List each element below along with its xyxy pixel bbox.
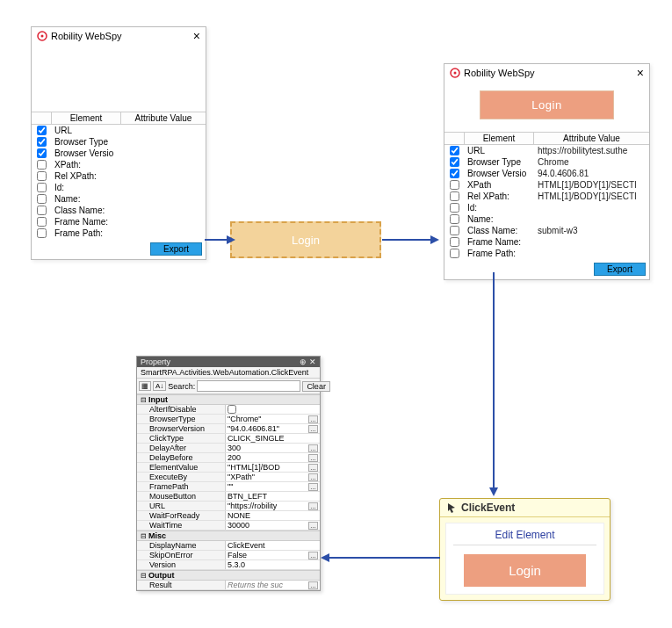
property-row[interactable]: FramePath""… — [137, 482, 320, 492]
property-row[interactable]: DelayBefore200… — [137, 453, 320, 463]
arrow-3 — [488, 272, 505, 501]
property-row[interactable]: DelayAfter300… — [137, 444, 320, 453]
row-checkbox[interactable] — [37, 148, 47, 158]
row-checkbox[interactable] — [37, 206, 47, 215]
row-checkbox[interactable] — [450, 226, 459, 235]
property-row[interactable]: BrowserVersion"94.0.4606.81"… — [137, 424, 320, 434]
row-checkbox[interactable] — [37, 126, 47, 135]
ellipsis-button[interactable]: … — [308, 473, 318, 481]
group-input[interactable]: Input — [137, 394, 320, 405]
property-value[interactable]: "Chrome"… — [225, 415, 320, 423]
property-value[interactable]: "https://robility… — [225, 502, 320, 510]
row-checkbox[interactable] — [37, 171, 47, 181]
ellipsis-button[interactable]: … — [308, 483, 318, 491]
property-value[interactable]: ""… — [225, 482, 320, 491]
search-label: Search: — [168, 382, 195, 391]
row-checkbox[interactable] — [37, 183, 47, 192]
row-element-name: Rel XPath: — [464, 191, 534, 202]
close-icon[interactable]: × — [193, 30, 200, 42]
table-row: Browser Versio — [32, 148, 206, 159]
property-value[interactable]: "94.0.4606.81"… — [225, 424, 320, 433]
panel-controls-icon[interactable]: ⊕ ✕ — [300, 357, 316, 366]
property-row[interactable]: Version5.3.0 — [137, 560, 320, 570]
property-row[interactable]: MouseButtonBTN_LEFT — [137, 492, 320, 502]
table-row: Frame Name: — [32, 216, 206, 227]
property-row[interactable]: DisplayNameClickEvent — [137, 541, 320, 551]
row-checkbox[interactable] — [450, 203, 459, 213]
ellipsis-button[interactable]: … — [308, 522, 318, 530]
property-value[interactable]: ClickEvent — [225, 541, 320, 550]
property-value[interactable]: NONE — [225, 511, 320, 520]
search-input[interactable] — [197, 380, 300, 392]
row-checkbox[interactable] — [450, 180, 459, 190]
property-name: WaitForReady — [137, 511, 225, 520]
property-value[interactable]: "HTML[1]/BOD… — [225, 463, 320, 472]
row-element-name: Id: — [464, 202, 534, 213]
window-title: Robility WebSpy — [51, 31, 122, 41]
ellipsis-button[interactable]: … — [308, 581, 318, 589]
ellipsis-button[interactable]: … — [308, 502, 318, 510]
property-row[interactable]: ExecuteBy"XPath"… — [137, 473, 320, 482]
property-checkbox[interactable] — [228, 405, 236, 414]
property-value[interactable]: 30000… — [225, 521, 320, 530]
property-row[interactable]: URL"https://robility… — [137, 502, 320, 511]
property-row[interactable]: ClickTypeCLICK_SINGLE — [137, 434, 320, 444]
login-target-element[interactable]: Login — [230, 221, 381, 258]
row-checkbox[interactable] — [450, 169, 459, 178]
group-output[interactable]: Output — [137, 570, 320, 581]
ellipsis-button[interactable]: … — [308, 454, 318, 462]
table-header: Element Attribute Value — [32, 112, 206, 125]
row-checkbox[interactable] — [37, 194, 47, 204]
property-row[interactable]: ElementValue"HTML[1]/BOD… — [137, 463, 320, 473]
ellipsis-button[interactable]: … — [308, 444, 318, 452]
row-element-name: Frame Path: — [51, 227, 121, 239]
property-row[interactable]: SkipOnErrorFalse… — [137, 551, 320, 560]
property-name: BrowserType — [137, 415, 225, 423]
row-checkbox[interactable] — [450, 157, 459, 167]
clickevent-activity-card[interactable]: ClickEvent Edit Element Login — [439, 498, 611, 601]
property-value[interactable]: BTN_LEFT — [225, 492, 320, 501]
row-checkbox[interactable] — [37, 137, 47, 147]
property-value[interactable]: False… — [225, 551, 320, 559]
ellipsis-button[interactable]: … — [308, 464, 318, 472]
row-checkbox[interactable] — [450, 249, 459, 258]
property-value[interactable]: 200… — [225, 453, 320, 462]
row-checkbox[interactable] — [37, 160, 47, 170]
row-checkbox[interactable] — [450, 214, 459, 224]
sort-categorized-icon[interactable]: ▦ — [139, 381, 151, 391]
export-button[interactable]: Export — [150, 242, 202, 256]
table-row: Browser Type — [32, 136, 206, 148]
row-checkbox[interactable] — [37, 217, 47, 227]
row-checkbox[interactable] — [450, 191, 459, 201]
table-row: Frame Path: — [444, 248, 649, 259]
group-misc[interactable]: Misc — [137, 531, 320, 541]
row-checkbox[interactable] — [37, 228, 47, 238]
svg-marker-11 — [321, 553, 329, 562]
property-row[interactable]: BrowserType"Chrome"… — [137, 415, 320, 424]
close-icon[interactable]: × — [637, 67, 644, 79]
property-row[interactable]: WaitTime30000… — [137, 521, 320, 531]
row-element-name: URL — [51, 125, 121, 136]
property-row[interactable]: ResultReturns the suc… — [137, 581, 320, 590]
arrow-2 — [382, 234, 444, 251]
row-attribute-value: HTML[1]/BODY[1]/SECTI — [534, 191, 649, 202]
property-value[interactable]: 300… — [225, 444, 320, 452]
property-value[interactable]: Returns the suc… — [225, 581, 320, 589]
row-checkbox[interactable] — [450, 146, 459, 155]
ellipsis-button[interactable]: … — [308, 425, 318, 433]
ellipsis-button[interactable]: … — [308, 415, 318, 423]
edit-element-link[interactable]: Edit Element — [453, 527, 596, 545]
login-preview-label: Login — [531, 98, 561, 112]
property-value[interactable]: "XPath"… — [225, 473, 320, 481]
property-row[interactable]: AlterIfDisable — [137, 405, 320, 415]
pointer-icon — [445, 502, 458, 514]
property-value[interactable] — [225, 405, 320, 414]
property-value[interactable]: 5.3.0 — [225, 560, 320, 569]
property-value[interactable]: CLICK_SINGLE — [225, 434, 320, 443]
clear-button[interactable]: Clear — [302, 381, 330, 392]
export-button[interactable]: Export — [594, 263, 646, 276]
row-checkbox[interactable] — [450, 237, 459, 247]
property-row[interactable]: WaitForReadyNONE — [137, 511, 320, 521]
sort-alpha-icon[interactable]: A↓ — [153, 381, 166, 391]
ellipsis-button[interactable]: … — [308, 552, 318, 559]
